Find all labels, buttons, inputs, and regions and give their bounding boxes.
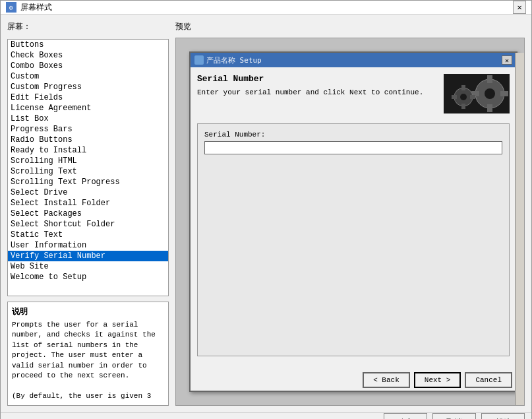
setup-buttons: < Back Next > Cancel <box>191 370 516 391</box>
list-item[interactable]: Ready to Install <box>8 145 168 156</box>
setup-header-desc: Enter your serial number and click Next … <box>197 88 437 98</box>
main-dialog: ⚙ 屏幕样式 ✕ 屏幕： ButtonsCheck BoxesCombo Box… <box>0 0 532 419</box>
list-item[interactable]: User Information <box>8 240 168 251</box>
svg-rect-4 <box>487 104 492 112</box>
help-button[interactable]: 帮助 <box>481 413 525 419</box>
setup-content: Serial Number Enter your serial number a… <box>191 67 516 370</box>
setup-title-text: 产品名称 Setup <box>194 55 262 65</box>
list-item[interactable]: Edit Fields <box>8 92 168 103</box>
list-item[interactable]: Custom Progress <box>8 82 168 92</box>
setup-header: Serial Number Enter your serial number a… <box>197 74 510 113</box>
list-item[interactable]: Buttons <box>8 40 168 50</box>
svg-point-2 <box>485 88 495 99</box>
right-panel: 预览 产品名称 Setup ✕ <box>175 21 525 406</box>
list-item[interactable]: Static Text <box>8 230 168 240</box>
serial-field-label: Serial Number: <box>204 131 502 139</box>
cancel-main-button[interactable]: 取消 <box>432 413 476 419</box>
list-item[interactable]: License Agreement <box>8 103 168 113</box>
content-area: 屏幕： ButtonsCheck BoxesCombo BoxesCustomC… <box>1 15 531 412</box>
list-item[interactable]: List Box <box>8 113 168 124</box>
svg-rect-6 <box>500 91 508 96</box>
svg-rect-14 <box>461 104 465 109</box>
back-button[interactable]: < Back <box>363 372 410 388</box>
setup-title-bar: 产品名称 Setup ✕ <box>191 53 516 67</box>
next-button[interactable]: Next > <box>414 372 461 388</box>
list-item[interactable]: Scrolling HTML <box>8 156 168 166</box>
cancel-button[interactable]: Cancel <box>465 372 512 388</box>
close-button[interactable]: ✕ <box>513 1 526 14</box>
svg-rect-3 <box>487 75 492 83</box>
serial-number-input[interactable] <box>204 141 502 154</box>
list-item[interactable]: Scrolling Text <box>8 166 168 177</box>
preview-scrollbar[interactable] <box>515 53 524 405</box>
title-bar-text: 屏幕样式 <box>20 2 52 13</box>
setup-header-title: Serial Number <box>197 74 437 84</box>
title-bar-left: ⚙ 屏幕样式 <box>6 2 52 13</box>
screens-label: 屏幕： <box>7 21 169 32</box>
title-bar: ⚙ 屏幕样式 ✕ <box>1 1 531 15</box>
list-item[interactable]: Check Boxes <box>8 50 168 61</box>
list-item[interactable]: Verify Serial Number <box>8 251 168 261</box>
app-icon: ⚙ <box>6 2 16 13</box>
bottom-panel: 确定 取消 帮助 <box>1 412 531 419</box>
list-item[interactable]: Welcome to Setup <box>8 272 168 282</box>
setup-title-icon <box>194 55 204 65</box>
screens-list[interactable]: ButtonsCheck BoxesCombo BoxesCustomCusto… <box>7 39 169 296</box>
setup-dialog: 产品名称 Setup ✕ Serial Number Enter your se… <box>189 51 517 392</box>
setup-header-text: Serial Number Enter your serial number a… <box>197 74 437 113</box>
list-item[interactable]: Custom <box>8 71 168 82</box>
list-item[interactable]: Web Site <box>8 261 168 272</box>
description-label: 说明 <box>12 306 164 317</box>
left-panel: 屏幕： ButtonsCheck BoxesCombo BoxesCustomC… <box>7 21 169 406</box>
description-text: Prompts the user for a serialnumber, and… <box>12 320 164 401</box>
svg-rect-13 <box>461 85 465 90</box>
list-item[interactable]: Scrolling Text Progress <box>8 177 168 187</box>
svg-rect-16 <box>470 95 475 99</box>
list-item[interactable]: Radio Buttons <box>8 135 168 145</box>
list-item[interactable]: Combo Boxes <box>8 61 168 71</box>
preview-label: 预览 <box>175 21 525 32</box>
description-box: 说明 Prompts the user for a serialnumber, … <box>7 302 169 406</box>
confirm-button[interactable]: 确定 <box>384 413 427 419</box>
svg-rect-15 <box>452 95 457 99</box>
preview-area: 产品名称 Setup ✕ Serial Number Enter your se… <box>175 38 525 406</box>
setup-field-area: Serial Number: <box>197 123 510 356</box>
setup-close-button[interactable]: ✕ <box>502 55 512 65</box>
gear-image <box>444 74 510 113</box>
setup-header-image <box>444 74 510 113</box>
list-item[interactable]: Select Drive <box>8 187 168 198</box>
list-item[interactable]: Select Install Folder <box>8 198 168 209</box>
list-item[interactable]: Progress Bars <box>8 124 168 135</box>
list-item[interactable]: Select Packages <box>8 209 168 219</box>
svg-point-12 <box>460 94 467 100</box>
list-item[interactable]: Select Shortcut Folder <box>8 219 168 230</box>
